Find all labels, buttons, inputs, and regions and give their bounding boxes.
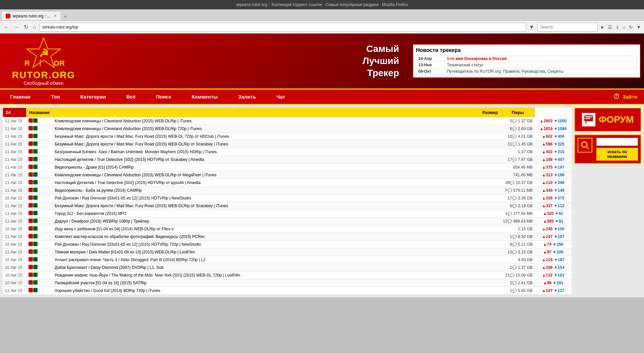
clock-icon: ⏱ (613, 93, 620, 101)
torrent-title[interactable]: Атлант расправил плечи: Часть 3 / Atlas … (53, 256, 501, 264)
leech-count: 210 (558, 150, 565, 154)
leech-down-icon: ▼ (554, 188, 558, 193)
nav-item-all[interactable]: Всё (116, 91, 146, 103)
torrent-date: 11 Авг 15 (3, 117, 26, 125)
torrent-size: 21💬 1.45 GB (501, 140, 535, 148)
nav-item-categories[interactable]: Категории (70, 91, 116, 103)
torrent-peers: ▲337 ▼112 (535, 202, 572, 210)
banner-line3: Трекер (367, 68, 399, 78)
torrent-icons (26, 202, 53, 210)
torrent-peers: ▲313 ▼196 (535, 171, 572, 179)
seed-up-icon: ▲ (542, 157, 546, 162)
torrent-title[interactable]: Кливлендские пленницы / Cleveland Abduct… (53, 171, 501, 179)
torrent-peers: ▲320 ▼62 (535, 210, 572, 218)
sidebar-search-input[interactable] (596, 138, 638, 146)
nav-item-upload[interactable]: Залить (228, 91, 266, 103)
nav-item-chat[interactable]: Чат (266, 91, 296, 103)
new-tab-button[interactable]: + (61, 13, 69, 20)
login-label[interactable]: Зайти (623, 94, 637, 100)
torrent-title[interactable]: Рождение мафии: Нью-Йорк / The Making of… (53, 272, 501, 279)
seed-up-icon: ▲ (543, 281, 547, 285)
col-peers: Пиры (501, 108, 535, 117)
main-content: 24 Название Размер Пиры 11 Авг 15Кливлен… (0, 105, 644, 297)
col-name: Название (26, 108, 53, 117)
torrent-title[interactable]: Город 312 - Без вариантов (2015) MP3 (53, 210, 501, 218)
leech-count: 112 (558, 203, 565, 208)
svg-rect-6 (585, 116, 592, 117)
banner-labels: Самый Лучший Трекер (363, 44, 399, 78)
svg-marker-8 (585, 122, 587, 124)
sidebar-search-button[interactable]: искать по названию (596, 148, 638, 161)
torrent-size: 1💬 8.50 GB (501, 233, 535, 241)
seed-up-icon: ▲ (543, 242, 547, 247)
tab-close-button[interactable]: ✕ (54, 14, 57, 18)
menu-icon[interactable]: ▼ (635, 24, 642, 31)
news-title: Новости трекера (416, 47, 637, 53)
torrent-title[interactable]: Безумный Макс: Дорога ярости / Mad Max: … (53, 140, 501, 148)
torrent-title[interactable]: Безграничный Бэтмен: Хаос / Batman Unlim… (53, 148, 501, 156)
torrent-icons (26, 287, 53, 295)
home2-icon[interactable]: ⌂ (622, 24, 627, 31)
seed-up-icon: ▲ (542, 165, 546, 170)
sync-icon[interactable]: ↻ (628, 24, 634, 31)
torrent-title[interactable]: Кливлендские пленницы / Cleveland Abduct… (53, 117, 501, 125)
bookmark-list-icon[interactable]: ☰ (607, 24, 613, 31)
torrent-title[interactable]: Полицейский участок [01-04 из 16] (2015)… (53, 279, 501, 287)
torrent-peers: ▲1919 ▼1084 (535, 125, 572, 133)
forward-button[interactable]: → (12, 23, 21, 31)
address-go-button[interactable]: ▼ (527, 23, 536, 31)
leech-count: 154 (558, 265, 565, 270)
torrent-title[interactable]: Тёмная материя / Dark Matter [01x01-09 и… (53, 248, 501, 256)
torrent-title[interactable]: Ищу жену с ребёнком [01-04 из 04] (2014)… (53, 225, 501, 233)
seed-count: 375 (546, 165, 552, 170)
torrent-title[interactable]: Комплект мастер-классов по обработке фот… (53, 233, 501, 241)
magnifier-icon (580, 140, 590, 150)
torrent-title[interactable]: Видеоприколы - Драки [01] (2014) CAMRip (53, 164, 501, 171)
forum-banner[interactable]: ФОРУМ (574, 108, 641, 132)
torrent-title[interactable]: Рэй Донован / Ray Donovan [03x01-05 из 1… (53, 241, 501, 248)
svg-text:OR: OR (54, 59, 65, 67)
seed-up-icon: ▲ (542, 257, 546, 262)
torrent-title[interactable]: Дэйзи Бриллиант / Daisy Diamond (2007) D… (53, 264, 501, 272)
nav-item-comments[interactable]: Комменты (181, 91, 228, 103)
nav-item-home[interactable]: Главная (0, 91, 41, 103)
torrent-title[interactable]: Кливлендские пленницы / Cleveland Abduct… (53, 125, 501, 133)
nav-item-top[interactable]: Топ (41, 91, 70, 103)
torrent-date: 11 Авг 15 (3, 125, 26, 133)
torrent-title[interactable]: Дэдпул / Deadpool (2016) WEBRip 1080p | … (53, 218, 501, 225)
nav-login[interactable]: ⏱ Зайти (606, 90, 644, 104)
leech-count: 406 (558, 134, 565, 139)
torrent-date: 10 Авг 15 (3, 272, 26, 279)
logo-text: RUTOR.ORG (12, 70, 75, 80)
back-button[interactable]: ← (2, 23, 11, 31)
torrent-title[interactable]: Настоящий детектив / True Detective [S02… (53, 156, 501, 164)
news-text[interactable]: 1-го мая блокировка в России (445, 56, 637, 62)
leech-count: 398 (558, 180, 565, 185)
seed-count: 119 (546, 257, 552, 262)
torrent-title[interactable]: Видеоприколы - Баба за рулём (2014) CAMR… (53, 187, 501, 194)
reload-button[interactable]: ↻ (22, 23, 30, 31)
logo-area: ☭ R OR RUTOR.ORG Свободный обмен (3, 36, 84, 86)
news-date: 13-Ноя (416, 62, 445, 68)
torrent-title[interactable]: Безумный Макс: Дорога ярости / Mad Max: … (53, 133, 501, 140)
browser-search-input[interactable] (537, 23, 598, 32)
address-bar[interactable] (39, 23, 526, 32)
download-icon[interactable]: ⇓ (614, 24, 621, 31)
seed-count: 132 (546, 273, 552, 278)
browser-tab[interactable]: зеркало rutor.org ::... ✕ (1, 11, 61, 20)
bookmark-star-icon[interactable]: ★ (599, 24, 605, 31)
torrent-icons (26, 117, 53, 125)
col-size: Размер (53, 108, 501, 117)
torrent-title[interactable]: Хорошее убийство / Good Kill (2014) BDRi… (53, 287, 501, 295)
torrent-date: 11 Авг 15 (3, 133, 26, 140)
torrent-title[interactable]: Безумный Макс: Дорога ярости / Mad Max: … (53, 202, 501, 210)
home-button[interactable]: ⌂ (31, 23, 38, 31)
torrent-title[interactable]: Рэй Донован / Ray Donovan [03x01-05 из 1… (53, 194, 501, 202)
table-row: 10 Авг 15Дэйзи Бриллиант / Daisy Diamond… (3, 264, 572, 272)
torrent-title[interactable]: Настоящий Детектив / True Detective [S02… (53, 179, 501, 187)
nav-item-search[interactable]: Поиск (146, 91, 181, 103)
leech-down-icon: ▼ (554, 227, 558, 231)
seed-up-icon: ▲ (542, 188, 546, 193)
site-header: ☭ R OR RUTOR.ORG Свободный обмен Самый Л… (0, 34, 644, 89)
torrent-date: 11 Авг 15 (3, 202, 26, 210)
